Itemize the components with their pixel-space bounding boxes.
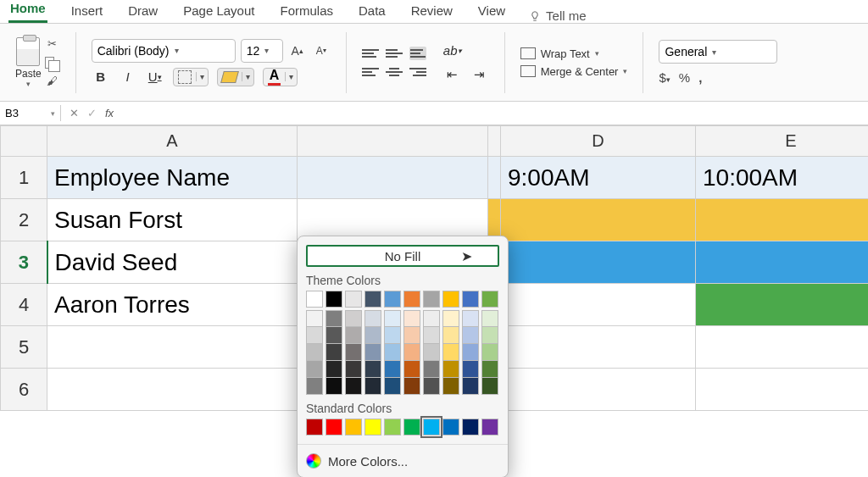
color-swatch[interactable] bbox=[442, 291, 459, 308]
color-swatch[interactable] bbox=[345, 291, 362, 308]
name-box[interactable]: B3 ▾ bbox=[0, 105, 61, 121]
font-size-combo[interactable]: 12▾ bbox=[241, 39, 283, 63]
color-swatch[interactable] bbox=[345, 361, 362, 378]
align-right-button[interactable] bbox=[409, 65, 426, 79]
color-swatch[interactable] bbox=[326, 378, 342, 395]
decrease-font-button[interactable]: A▾ bbox=[312, 42, 331, 60]
color-swatch[interactable] bbox=[462, 310, 479, 327]
accounting-format-button[interactable]: $▾ bbox=[659, 70, 670, 85]
cell-a5[interactable] bbox=[47, 326, 298, 369]
font-name-combo[interactable]: Calibri (Body)▾ bbox=[92, 39, 236, 63]
color-swatch[interactable] bbox=[481, 344, 498, 361]
color-swatch[interactable] bbox=[423, 327, 440, 344]
cell-d3[interactable] bbox=[501, 241, 696, 284]
col-header-d[interactable]: D bbox=[501, 126, 696, 157]
color-swatch[interactable] bbox=[423, 310, 440, 327]
color-swatch[interactable] bbox=[384, 361, 401, 378]
color-swatch[interactable] bbox=[326, 344, 342, 361]
tab-data[interactable]: Data bbox=[357, 2, 387, 23]
cell-a2[interactable]: Susan Forst bbox=[47, 199, 298, 241]
row-header-4[interactable]: 4 bbox=[1, 284, 47, 326]
color-swatch[interactable] bbox=[306, 310, 323, 327]
color-swatch[interactable] bbox=[403, 310, 420, 327]
cell-e2[interactable] bbox=[696, 199, 869, 241]
more-colors-button[interactable]: More Colors... bbox=[298, 444, 508, 477]
color-swatch[interactable] bbox=[326, 291, 342, 308]
col-header-e[interactable]: E bbox=[696, 126, 869, 157]
color-swatch[interactable] bbox=[442, 310, 459, 327]
color-swatch[interactable] bbox=[326, 419, 342, 435]
color-swatch[interactable] bbox=[423, 291, 440, 308]
cell-d1[interactable]: 9:00AM bbox=[501, 157, 696, 199]
tell-me[interactable]: Tell me bbox=[529, 8, 587, 23]
col-header-b[interactable] bbox=[298, 126, 488, 157]
cell-d5[interactable] bbox=[501, 326, 696, 369]
format-painter-button[interactable] bbox=[45, 75, 60, 88]
decrease-indent-button[interactable]: ⇤ bbox=[443, 65, 462, 84]
paste-button[interactable]: Paste ▾ bbox=[15, 37, 42, 88]
enter-formula-button[interactable]: ✓ bbox=[87, 107, 97, 119]
align-top-button[interactable] bbox=[362, 47, 379, 60]
color-swatch[interactable] bbox=[326, 361, 342, 378]
color-swatch[interactable] bbox=[442, 419, 459, 435]
increase-indent-button[interactable]: ⇥ bbox=[470, 65, 489, 84]
color-swatch[interactable] bbox=[326, 327, 342, 344]
color-swatch[interactable] bbox=[481, 361, 498, 378]
color-swatch[interactable] bbox=[423, 361, 440, 378]
color-swatch[interactable] bbox=[481, 419, 498, 435]
color-swatch[interactable] bbox=[481, 378, 498, 395]
fill-color-button[interactable]: ▾ bbox=[217, 68, 254, 86]
color-swatch[interactable] bbox=[442, 378, 459, 395]
cell-a6[interactable] bbox=[47, 369, 298, 411]
row-header-3[interactable]: 3 bbox=[1, 241, 47, 284]
copy-button[interactable]: ▾ bbox=[45, 56, 60, 69]
row-header-2[interactable]: 2 bbox=[1, 199, 47, 241]
color-swatch[interactable] bbox=[423, 344, 440, 361]
tab-formulas[interactable]: Formulas bbox=[278, 2, 335, 23]
color-swatch[interactable] bbox=[423, 419, 440, 435]
color-swatch[interactable] bbox=[462, 291, 479, 308]
bold-button[interactable]: B bbox=[92, 68, 110, 86]
tab-review[interactable]: Review bbox=[409, 2, 454, 23]
cell-a4[interactable]: Aaron Torres bbox=[47, 284, 298, 326]
tab-draw[interactable]: Draw bbox=[126, 2, 159, 23]
color-swatch[interactable] bbox=[364, 419, 381, 435]
row-header-6[interactable]: 6 bbox=[1, 369, 47, 411]
color-swatch[interactable] bbox=[403, 361, 420, 378]
cell-a3[interactable]: David Seed bbox=[47, 241, 298, 284]
cell-a1[interactable]: Employee Name bbox=[47, 157, 298, 199]
wrap-text-button[interactable]: Wrap Text ▾ bbox=[520, 47, 628, 60]
cell-e3[interactable] bbox=[696, 241, 869, 284]
color-swatch[interactable] bbox=[345, 327, 362, 344]
align-center-button[interactable] bbox=[386, 65, 403, 79]
color-swatch[interactable] bbox=[345, 344, 362, 361]
color-swatch[interactable] bbox=[442, 344, 459, 361]
color-swatch[interactable] bbox=[442, 327, 459, 344]
color-swatch[interactable] bbox=[462, 327, 479, 344]
color-swatch[interactable] bbox=[462, 344, 479, 361]
color-swatch[interactable] bbox=[462, 378, 479, 395]
cell-e6[interactable] bbox=[696, 369, 869, 411]
color-swatch[interactable] bbox=[306, 291, 323, 308]
color-swatch[interactable] bbox=[345, 378, 362, 395]
font-color-button[interactable]: A ▾ bbox=[263, 68, 298, 86]
align-middle-button[interactable] bbox=[386, 47, 403, 60]
color-swatch[interactable] bbox=[384, 378, 401, 395]
cell-e4[interactable] bbox=[696, 284, 869, 326]
italic-button[interactable]: I bbox=[119, 68, 137, 86]
cell-c2[interactable] bbox=[488, 199, 501, 241]
percent-format-button[interactable]: % bbox=[679, 70, 690, 85]
color-swatch[interactable] bbox=[384, 291, 401, 308]
color-swatch[interactable] bbox=[403, 378, 420, 395]
color-swatch[interactable] bbox=[403, 344, 420, 361]
underline-button[interactable]: U ▾ bbox=[146, 68, 164, 86]
cell-d4[interactable] bbox=[501, 284, 696, 326]
tab-insert[interactable]: Insert bbox=[70, 2, 105, 23]
increase-font-button[interactable]: A▴ bbox=[288, 42, 307, 60]
align-left-button[interactable] bbox=[362, 65, 379, 79]
color-swatch[interactable] bbox=[403, 291, 420, 308]
color-swatch[interactable] bbox=[364, 327, 381, 344]
color-swatch[interactable] bbox=[306, 378, 323, 395]
color-swatch[interactable] bbox=[384, 327, 401, 344]
cell-e1[interactable]: 10:00AM bbox=[696, 157, 869, 199]
